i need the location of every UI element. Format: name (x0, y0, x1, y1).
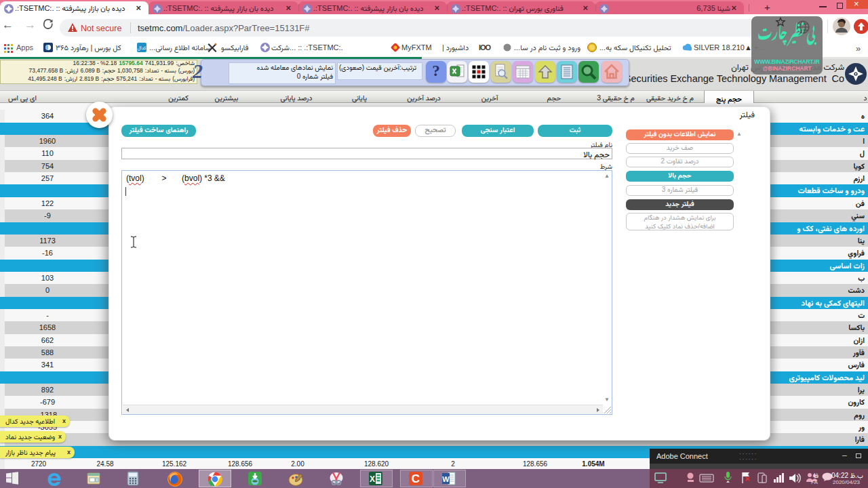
svg-text:X: X (370, 474, 375, 484)
svg-text:W: W (442, 475, 450, 483)
svg-text:کدال: کدال (138, 45, 146, 52)
svg-text:C: C (412, 472, 420, 485)
